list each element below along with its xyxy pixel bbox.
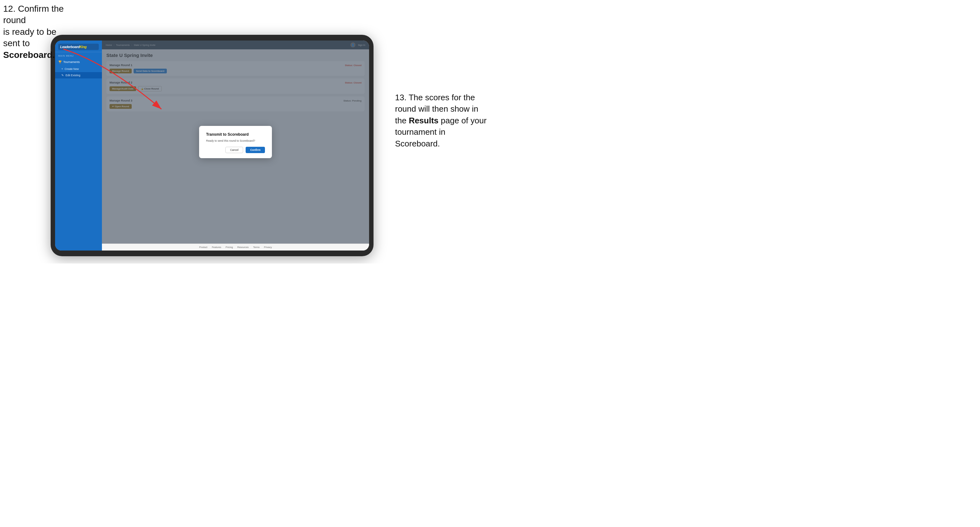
- sidebar-edit-existing-label: Edit Existing: [65, 74, 80, 77]
- footer-resources[interactable]: Resources: [237, 246, 249, 249]
- annotation-step12: 12. Confirm the round is ready to be sen…: [3, 3, 73, 61]
- modal-subtitle: Ready to send this round to Scoreboard?: [206, 139, 265, 142]
- sidebar: LeaderboardKing MAIN MENU 🏆 Tournaments …: [55, 40, 102, 251]
- footer-terms[interactable]: Terms: [253, 246, 259, 249]
- tablet-frame: LeaderboardKing MAIN MENU 🏆 Tournaments …: [51, 35, 374, 256]
- annotation-results-bold: Results: [409, 116, 438, 125]
- modal-title: Transmit to Scoreboard: [206, 132, 265, 137]
- annotation-step13: 13. The scores for the round will then s…: [395, 92, 487, 149]
- footer-product[interactable]: Product: [199, 246, 207, 249]
- app-footer: Product Features Pricing Resources Terms…: [102, 244, 369, 251]
- tablet-screen: LeaderboardKing MAIN MENU 🏆 Tournaments …: [55, 40, 369, 251]
- modal-confirm-button[interactable]: Confirm: [246, 147, 265, 153]
- trophy-icon: 🏆: [58, 60, 62, 63]
- modal-cancel-button[interactable]: Cancel: [225, 147, 243, 153]
- app-layout: LeaderboardKing MAIN MENU 🏆 Tournaments …: [55, 40, 369, 251]
- annotation-line1: 12. Confirm the round: [3, 4, 64, 25]
- main-content: Home › Tournaments › State U Spring Invi…: [102, 40, 369, 251]
- edit-icon: ✎: [61, 74, 64, 77]
- sidebar-item-edit-existing[interactable]: ✎ Edit Existing: [55, 72, 102, 78]
- sidebar-tournaments-label: Tournaments: [63, 60, 80, 63]
- modal-box: Transmit to Scoreboard Ready to send thi…: [199, 126, 272, 158]
- modal-buttons: Cancel Confirm: [206, 147, 265, 153]
- footer-features[interactable]: Features: [212, 246, 221, 249]
- footer-pricing[interactable]: Pricing: [226, 246, 233, 249]
- plus-icon: +: [61, 67, 63, 71]
- sidebar-item-create-new[interactable]: + Create New: [55, 66, 102, 72]
- annotation-bold: Scoreboard.: [3, 50, 55, 60]
- footer-privacy[interactable]: Privacy: [264, 246, 272, 249]
- sidebar-create-new-label: Create New: [65, 67, 79, 71]
- annotation-step13-text: 13. The scores for the round will then s…: [395, 93, 487, 148]
- annotation-line2: is ready to be sent to: [3, 27, 56, 48]
- modal-overlay: Transmit to Scoreboard Ready to send thi…: [102, 40, 369, 244]
